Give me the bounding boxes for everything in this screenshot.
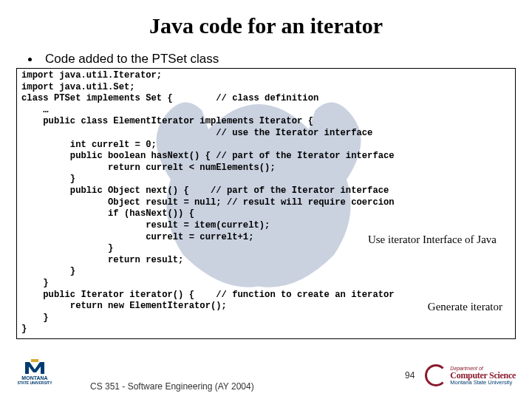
cs-name-label: Computer Science — [450, 371, 516, 380]
swirl-icon — [425, 364, 447, 386]
slide-title: Java code for an iterator — [0, 0, 532, 38]
annotation-generate-iterator: Generate iterator — [428, 300, 502, 313]
cs-dept-logo: Department of Computer Science Montana S… — [425, 364, 516, 386]
msu-label-2: STATE UNIVERSITY — [17, 381, 52, 385]
svg-rect-0 — [31, 359, 38, 362]
bullet-item: Code added to the PTSet class — [28, 52, 532, 66]
code-block: import java.util.Iterator; import java.u… — [16, 68, 516, 339]
bullet-dot-icon — [28, 58, 32, 61]
msu-label-1: MONTANA — [21, 375, 47, 381]
cs-univ-label: Montana State University — [450, 380, 516, 386]
footer-course-text: CS 351 - Software Engineering (AY 2004) — [90, 381, 254, 392]
slide-footer: MONTANA STATE UNIVERSITY CS 351 - Softwa… — [0, 359, 532, 392]
msu-logo: MONTANA STATE UNIVERSITY — [16, 359, 53, 392]
bullet-text: Code added to the PTSet class — [45, 52, 219, 66]
page-number: 94 — [405, 370, 415, 381]
annotation-iterator-interface: Use iterator Interface of Java — [368, 233, 497, 246]
